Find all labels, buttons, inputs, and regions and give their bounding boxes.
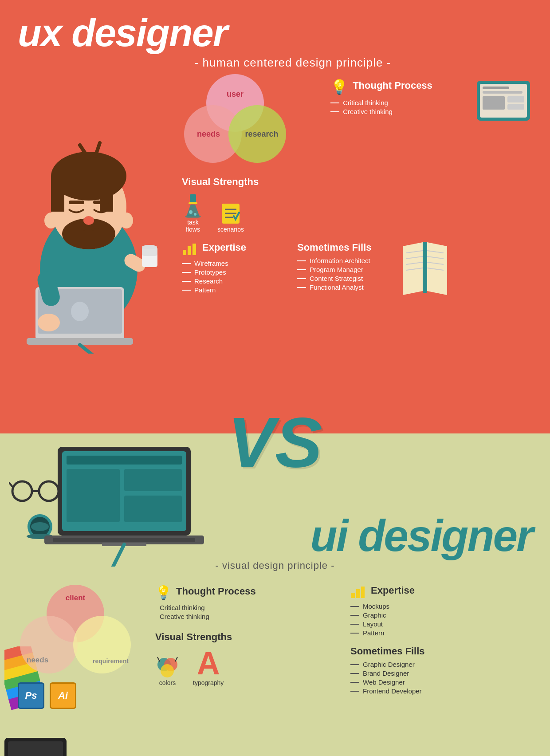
ux-character-illustration xyxy=(13,132,164,354)
svg-point-15 xyxy=(71,302,89,321)
book-illustration xyxy=(398,237,452,299)
svg-rect-3 xyxy=(51,176,64,212)
svg-rect-7 xyxy=(93,201,109,204)
ui-exp-3: Layout xyxy=(350,620,532,628)
svg-rect-55 xyxy=(67,469,120,522)
bulb-icon-2: 💡 xyxy=(155,585,172,600)
colors-label: colors xyxy=(159,679,176,686)
ux-expertise-title: Expertise xyxy=(202,242,246,253)
ui-venn-req: requirement xyxy=(93,658,129,665)
venn-research-label: research xyxy=(245,130,278,139)
svg-rect-59 xyxy=(53,538,195,542)
ux-exp-3: Research xyxy=(182,277,279,285)
ux-expertise: Expertise Wireframes Prototypes Research… xyxy=(182,242,279,299)
svg-point-83 xyxy=(161,664,174,677)
svg-rect-57 xyxy=(124,496,182,522)
svg-rect-51 xyxy=(423,242,427,293)
svg-point-31 xyxy=(185,215,201,218)
ux-exp-4: Pattern xyxy=(182,286,279,294)
ps-badge: Ps xyxy=(18,682,44,709)
checklist-icon xyxy=(220,201,242,226)
ui-sometimes-fills: Sometimes Fills Graphic Designer Brand D… xyxy=(350,646,532,695)
svg-rect-4 xyxy=(100,176,113,212)
ux-fill-2: Program Manager xyxy=(297,266,372,273)
ui-exp-2: Graphic xyxy=(350,611,532,619)
ui-right-column: Expertise Mockups Graphic Layout Pattern… xyxy=(350,585,532,709)
ui-visual-strengths: Visual Strengths colors xyxy=(155,631,337,686)
svg-rect-39 xyxy=(183,250,186,255)
laptop-illustration xyxy=(44,442,204,567)
ui-thought-process: 💡 Thought Process Critical thinking Crea… xyxy=(155,585,337,620)
ux-title: ux designer xyxy=(18,13,227,52)
ui-venn-section: client needs requirement Ps Ai xyxy=(18,585,142,709)
ui-fill-2: Brand Designer xyxy=(350,669,532,677)
svg-rect-40 xyxy=(188,246,191,255)
svg-line-84 xyxy=(157,657,160,662)
ui-thought-title: Thought Process xyxy=(176,586,256,597)
svg-point-61 xyxy=(12,481,32,501)
ux-strength-scenarios: scenarios xyxy=(217,201,244,233)
bulb-icon: 💡 xyxy=(330,79,348,95)
svg-rect-86 xyxy=(351,593,355,598)
colors-icon xyxy=(155,655,180,679)
barchart-icon-2 xyxy=(350,585,366,599)
drawing-tablet xyxy=(0,733,71,756)
svg-rect-30 xyxy=(190,194,196,203)
ux-venn-diagram: user needs research xyxy=(182,74,288,163)
svg-point-8 xyxy=(83,216,94,225)
ui-venn-client: client xyxy=(66,594,85,602)
scenarios-label: scenarios xyxy=(217,226,244,233)
vs-label: VS xyxy=(228,407,322,478)
ui-section: ui designer - visual design principle - … xyxy=(0,469,550,756)
svg-rect-25 xyxy=(483,87,509,89)
ui-vs-title: Visual Strengths xyxy=(155,631,337,643)
ai-badge: Ai xyxy=(50,682,76,709)
svg-rect-41 xyxy=(192,244,196,255)
svg-line-64 xyxy=(9,482,12,487)
ux-fills-title: Sometimes Fills xyxy=(297,242,372,253)
software-badges: Ps Ai xyxy=(18,682,142,709)
svg-rect-6 xyxy=(69,201,84,204)
svg-rect-54 xyxy=(67,456,182,465)
ui-fill-1: Graphic Designer xyxy=(350,661,532,668)
ui-venn-diagram: client needs requirement xyxy=(18,585,133,673)
ux-exp-2: Prototypes xyxy=(182,268,279,276)
ui-fill-4: Frontend Developer xyxy=(350,687,532,695)
ux-sometimes-fills: Sometimes Fills Information Architect Pr… xyxy=(297,242,372,299)
svg-point-33 xyxy=(194,213,196,216)
svg-rect-88 xyxy=(361,587,365,598)
ux-visual-strengths: Visual Strengths taskflows xyxy=(182,176,532,233)
ux-strength-taskflows: taskflows xyxy=(182,192,204,233)
svg-rect-56 xyxy=(124,469,182,491)
svg-rect-77 xyxy=(8,741,63,756)
ux-vs-title: Visual Strengths xyxy=(182,176,532,188)
venn-needs-label: needs xyxy=(197,130,220,139)
ux-exp-1: Wireframes xyxy=(182,260,279,267)
ui-fill-3: Web Designer xyxy=(350,678,532,686)
ui-strength-typography: A typography xyxy=(193,647,224,686)
svg-point-17 xyxy=(38,314,60,331)
ux-fill-4: Functional Analyst xyxy=(297,284,372,291)
ui-fills-title: Sometimes Fills xyxy=(350,646,425,657)
svg-rect-29 xyxy=(507,104,524,110)
svg-point-19 xyxy=(120,213,133,228)
typography-label: typography xyxy=(193,679,224,686)
ux-thought-item-2: Creative thinking xyxy=(330,108,432,115)
typography-a: A xyxy=(197,647,220,679)
svg-rect-26 xyxy=(483,91,522,94)
venn-user-label: user xyxy=(227,90,244,99)
ui-middle-column: 💡 Thought Process Critical thinking Crea… xyxy=(155,585,337,709)
ui-exp-4: Pattern xyxy=(350,629,532,637)
svg-rect-27 xyxy=(483,96,505,110)
ui-expertise-title: Expertise xyxy=(371,585,415,596)
flask-icon xyxy=(182,192,204,219)
ux-fill-1: Information Architect xyxy=(297,257,372,264)
ux-thought-title: Thought Process xyxy=(353,80,432,91)
svg-rect-34 xyxy=(189,202,197,204)
ux-section: ux designer - human centered design prin… xyxy=(0,0,550,398)
svg-point-18 xyxy=(44,213,58,228)
barchart-icon xyxy=(182,242,198,256)
ui-venn-needs: needs xyxy=(27,656,48,665)
ui-thought-2: Creative thinking xyxy=(155,613,337,620)
ux-fill-3: Content Strategist xyxy=(297,275,372,282)
